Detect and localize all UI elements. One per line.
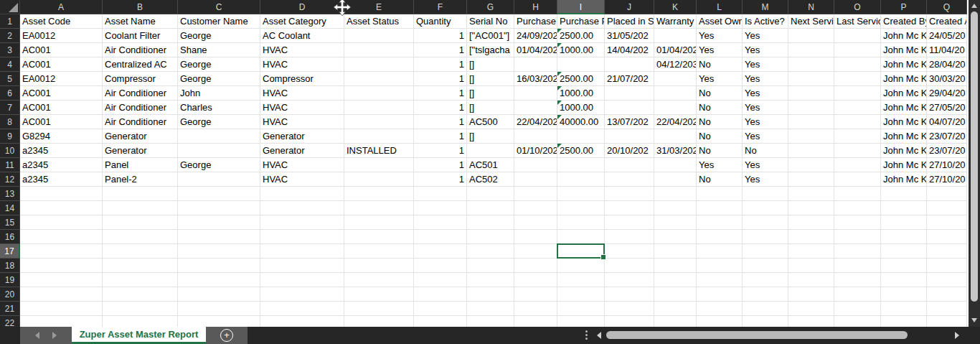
cell-B4[interactable]: Centralized AC bbox=[103, 57, 178, 72]
cell-G10[interactable] bbox=[467, 144, 514, 158]
cell-E14[interactable] bbox=[344, 201, 414, 215]
cell-B7[interactable]: Air Conditioner bbox=[103, 101, 178, 115]
column-header-L[interactable]: L bbox=[697, 0, 743, 14]
cell-H1[interactable]: Purchase Da bbox=[514, 14, 557, 29]
cell-B12[interactable]: Panel-2 bbox=[103, 172, 178, 187]
cell-F16[interactable] bbox=[414, 230, 467, 244]
cell-P9[interactable]: John Mc K bbox=[881, 129, 927, 144]
row-header-3[interactable]: 3 bbox=[0, 43, 20, 57]
cell-O17[interactable] bbox=[834, 244, 881, 259]
cell-D18[interactable] bbox=[260, 259, 344, 273]
next-sheet-icon[interactable] bbox=[52, 332, 57, 339]
cell-P15[interactable] bbox=[881, 215, 927, 230]
cell-N20[interactable] bbox=[788, 287, 834, 302]
cell-D8[interactable]: HVAC bbox=[260, 115, 344, 129]
cell-F15[interactable] bbox=[414, 215, 467, 230]
cell-O7[interactable] bbox=[834, 101, 881, 115]
cell-F11[interactable]: 1 bbox=[414, 158, 467, 172]
cell-L13[interactable] bbox=[697, 187, 743, 201]
cell-J8[interactable]: 13/07/202 bbox=[605, 115, 654, 129]
cell-H20[interactable] bbox=[514, 287, 557, 302]
cell-O5[interactable] bbox=[834, 72, 881, 86]
cell-B2[interactable]: Coolant Filter bbox=[103, 29, 178, 43]
cell-G14[interactable] bbox=[467, 201, 514, 215]
cell-N14[interactable] bbox=[788, 201, 834, 215]
cell-I7[interactable]: 1000.00 bbox=[557, 101, 605, 115]
cell-I3[interactable]: 1000.00 bbox=[557, 43, 605, 57]
cell-N8[interactable] bbox=[788, 115, 834, 129]
cell-F1[interactable]: Quantity bbox=[414, 14, 467, 29]
cell-B19[interactable] bbox=[103, 273, 178, 287]
cell-O21[interactable] bbox=[834, 302, 881, 316]
cell-K9[interactable] bbox=[654, 129, 697, 144]
cell-M18[interactable] bbox=[743, 259, 788, 273]
cell-Q22[interactable] bbox=[927, 316, 967, 327]
cell-L17[interactable] bbox=[697, 244, 743, 259]
cell-P5[interactable]: John Mc K bbox=[881, 72, 927, 86]
cell-O13[interactable] bbox=[834, 187, 881, 201]
column-header-P[interactable]: P bbox=[881, 0, 927, 14]
cell-H17[interactable] bbox=[514, 244, 557, 259]
cell-G3[interactable]: ["tslgacha bbox=[467, 43, 514, 57]
column-header-C[interactable]: C bbox=[178, 0, 260, 14]
cell-H21[interactable] bbox=[514, 302, 557, 316]
cell-H9[interactable] bbox=[514, 129, 557, 144]
cell-F12[interactable]: 1 bbox=[414, 172, 467, 187]
cell-H13[interactable] bbox=[514, 187, 557, 201]
cell-I6[interactable]: 1000.00 bbox=[557, 86, 605, 101]
cell-C21[interactable] bbox=[178, 302, 260, 316]
cell-O2[interactable] bbox=[834, 29, 881, 43]
cell-P1[interactable]: Created By bbox=[881, 14, 927, 29]
cell-F20[interactable] bbox=[414, 287, 467, 302]
cell-C13[interactable] bbox=[178, 187, 260, 201]
cell-K16[interactable] bbox=[654, 230, 697, 244]
cell-F5[interactable]: 1 bbox=[414, 72, 467, 86]
cell-F17[interactable] bbox=[414, 244, 467, 259]
cell-G16[interactable] bbox=[467, 230, 514, 244]
cell-B16[interactable] bbox=[103, 230, 178, 244]
cell-H10[interactable]: 01/10/202 bbox=[514, 144, 557, 158]
cell-C7[interactable]: Charles bbox=[178, 101, 260, 115]
cell-Q16[interactable] bbox=[927, 230, 967, 244]
cell-D12[interactable]: HVAC bbox=[260, 172, 344, 187]
cell-L10[interactable]: No bbox=[697, 144, 743, 158]
cell-A22[interactable] bbox=[20, 316, 103, 327]
cell-C1[interactable]: Customer Name bbox=[178, 14, 260, 29]
cell-P20[interactable] bbox=[881, 287, 927, 302]
cell-P16[interactable] bbox=[881, 230, 927, 244]
cell-I17[interactable] bbox=[557, 244, 605, 259]
cell-G20[interactable] bbox=[467, 287, 514, 302]
cell-O20[interactable] bbox=[834, 287, 881, 302]
cell-E20[interactable] bbox=[344, 287, 414, 302]
cell-J21[interactable] bbox=[605, 302, 654, 316]
cell-F9[interactable]: 1 bbox=[414, 129, 467, 144]
prev-sheet-icon[interactable] bbox=[35, 332, 39, 339]
cell-A4[interactable]: AC001 bbox=[20, 57, 103, 72]
cell-I21[interactable] bbox=[557, 302, 605, 316]
cell-F18[interactable] bbox=[414, 259, 467, 273]
cell-E16[interactable] bbox=[344, 230, 414, 244]
cell-J10[interactable]: 20/10/202 bbox=[605, 144, 654, 158]
cell-M1[interactable]: Is Active? bbox=[743, 14, 788, 29]
cell-N18[interactable] bbox=[788, 259, 834, 273]
cell-E17[interactable] bbox=[344, 244, 414, 259]
cell-L5[interactable]: Yes bbox=[697, 72, 743, 86]
cell-P10[interactable]: John Mc K bbox=[881, 144, 927, 158]
row-header-7[interactable]: 7 bbox=[0, 101, 20, 115]
cell-C10[interactable] bbox=[178, 144, 260, 158]
cell-N1[interactable]: Next Servi bbox=[788, 14, 834, 29]
cell-Q13[interactable] bbox=[927, 187, 967, 201]
cell-D13[interactable] bbox=[260, 187, 344, 201]
cell-E5[interactable] bbox=[344, 72, 414, 86]
cell-K8[interactable]: 22/04/202 bbox=[654, 115, 697, 129]
cell-E1[interactable]: Asset Status bbox=[344, 14, 414, 29]
cell-L3[interactable]: Yes bbox=[697, 43, 743, 57]
cell-E12[interactable] bbox=[344, 172, 414, 187]
column-header-A[interactable]: A bbox=[20, 0, 103, 14]
cell-N22[interactable] bbox=[788, 316, 834, 327]
cell-D9[interactable]: Generator bbox=[260, 129, 344, 144]
cell-J6[interactable] bbox=[605, 86, 654, 101]
cell-J2[interactable]: 31/05/202 bbox=[605, 29, 654, 43]
cell-J3[interactable]: 14/04/202 bbox=[605, 43, 654, 57]
cell-K2[interactable] bbox=[654, 29, 697, 43]
